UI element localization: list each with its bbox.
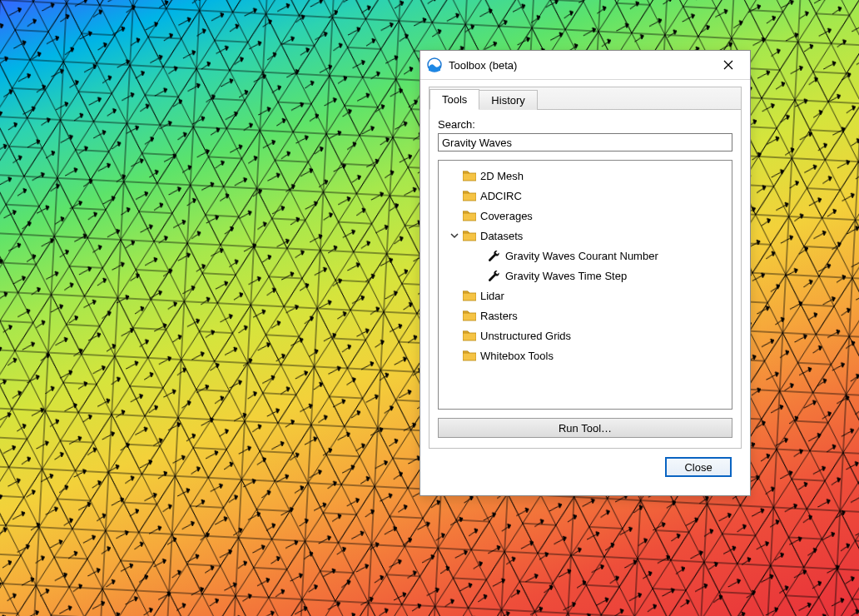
titlebar: Toolbox (beta) (420, 51, 750, 80)
app-icon (427, 57, 442, 72)
dialog-footer: Close (429, 449, 742, 487)
wrench-icon (487, 249, 502, 262)
tree-item[interactable]: Coverages (442, 206, 728, 226)
folder-icon (462, 350, 477, 361)
tree-item[interactable]: ADCIRC (442, 186, 728, 206)
folder-icon (462, 230, 477, 241)
tree-item[interactable]: Rasters (442, 306, 728, 325)
chevron-down-icon (450, 231, 459, 240)
search-input[interactable] (438, 133, 732, 152)
expand-toggle[interactable] (449, 231, 460, 240)
close-icon (723, 60, 733, 70)
tools-panel: Search: 2D MeshADCIRCCoveragesDatasetsGr… (429, 109, 742, 449)
tree-item[interactable]: Whitebox Tools (442, 345, 728, 365)
toolbox-dialog: Toolbox (beta) Tools History Search: 2D … (420, 50, 751, 496)
tree-item[interactable]: Unstructured Grids (442, 325, 728, 345)
close-button[interactable]: Close (665, 457, 732, 477)
tree-item-label: Datasets (480, 230, 523, 242)
tree-item-label: 2D Mesh (480, 170, 524, 182)
folder-icon (462, 310, 477, 321)
tree-item-label: Unstructured Grids (480, 330, 571, 342)
tree-item-label: ADCIRC (480, 190, 522, 202)
tree-item-label: Lidar (480, 290, 504, 302)
tabstrip: Tools History (429, 87, 742, 109)
folder-icon (462, 170, 477, 181)
tab-history[interactable]: History (479, 90, 537, 110)
tree-item[interactable]: 2D Mesh (442, 166, 728, 186)
folder-icon (462, 210, 477, 221)
tree-item-label: Gravity Waves Time Step (505, 270, 627, 282)
tree-item[interactable]: Gravity Waves Courant Number (442, 246, 728, 266)
window-close-button[interactable] (712, 53, 745, 77)
tool-tree[interactable]: 2D MeshADCIRCCoveragesDatasetsGravity Wa… (438, 160, 732, 410)
window-title: Toolbox (beta) (449, 59, 712, 72)
folder-icon (462, 330, 477, 341)
folder-icon (462, 190, 477, 201)
tree-item-label: Coverages (480, 210, 533, 222)
folder-icon (462, 290, 477, 301)
tree-item-label: Gravity Waves Courant Number (505, 250, 658, 262)
wrench-icon (487, 269, 502, 282)
tree-item-label: Whitebox Tools (480, 350, 554, 362)
tree-item[interactable]: Gravity Waves Time Step (442, 266, 728, 286)
dialog-body: Tools History Search: 2D MeshADCIRCCover… (420, 80, 750, 495)
tree-item-label: Rasters (480, 310, 518, 322)
tree-item[interactable]: Datasets (442, 226, 728, 246)
tab-tools[interactable]: Tools (430, 89, 479, 110)
tree-item[interactable]: Lidar (442, 286, 728, 306)
run-tool-button[interactable]: Run Tool… (438, 418, 732, 438)
search-label: Search: (438, 118, 732, 131)
